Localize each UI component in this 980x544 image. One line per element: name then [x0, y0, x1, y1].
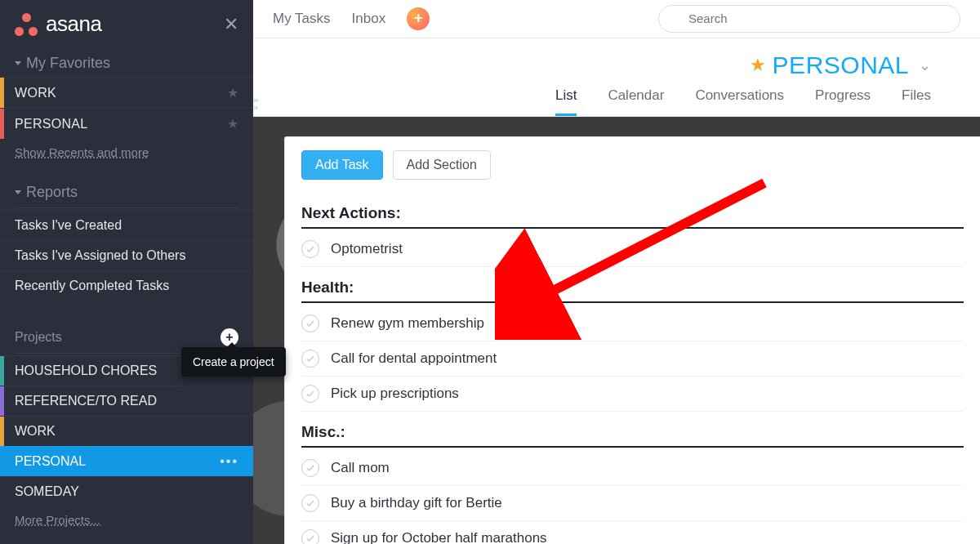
- favorites-header[interactable]: My Favorites: [0, 50, 253, 77]
- complete-check-icon[interactable]: [301, 314, 319, 332]
- favorites-header-label: My Favorites: [26, 55, 110, 72]
- search-input[interactable]: [658, 5, 960, 33]
- star-icon[interactable]: ★: [227, 116, 238, 132]
- close-icon[interactable]: ✕: [224, 14, 238, 35]
- task-row[interactable]: Optometrist: [301, 232, 964, 267]
- complete-check-icon[interactable]: [301, 529, 319, 544]
- report-item[interactable]: Tasks I've Assigned to Others: [0, 240, 253, 270]
- projects-header-label: Projects: [15, 330, 62, 345]
- project-header: ★ PERSONAL ⌄ List Calendar Conversations…: [253, 38, 980, 117]
- logo[interactable]: asana: [15, 11, 101, 37]
- task-row[interactable]: Buy a birthday gift for Bertie: [301, 486, 964, 521]
- reports-header-label: Reports: [26, 184, 78, 201]
- panel-toolbar: Add Task Add Section: [285, 137, 980, 193]
- task-title: Buy a birthday gift for Bertie: [331, 495, 502, 511]
- task-section-title[interactable]: Misc.:: [301, 412, 964, 448]
- project-item-personal[interactable]: PERSONAL •••: [0, 446, 253, 476]
- favorite-label: WORK: [15, 86, 56, 100]
- task-row[interactable]: Renew gym membership: [301, 306, 964, 341]
- complete-check-icon[interactable]: [301, 240, 319, 258]
- app-root: asana ✕ My Favorites WORK ★ PERSONAL ★ S…: [0, 0, 980, 544]
- create-project-tooltip: Create a project: [181, 347, 286, 377]
- main: »» My Tasks Inbox + ★ PERSONAL ⌄ List Ca…: [253, 0, 980, 544]
- caret-down-icon: [15, 61, 21, 65]
- task-section-title[interactable]: Next Actions:: [301, 193, 964, 229]
- my-tasks-link[interactable]: My Tasks: [273, 11, 331, 27]
- task-title: Sign up for October half marathons: [331, 530, 547, 544]
- report-item[interactable]: Recently Completed Tasks: [0, 270, 253, 301]
- task-title: Call for dental appointment: [331, 350, 497, 367]
- add-task-button[interactable]: Add Task: [301, 150, 383, 180]
- search-container: [658, 5, 960, 33]
- report-label: Tasks I've Assigned to Others: [15, 248, 185, 263]
- favorites-section: My Favorites WORK ★ PERSONAL ★ Show Rece…: [0, 45, 253, 174]
- sidebar: asana ✕ My Favorites WORK ★ PERSONAL ★ S…: [0, 0, 253, 544]
- project-label: HOUSEHOLD CHORES: [15, 363, 157, 378]
- complete-check-icon[interactable]: [301, 459, 319, 477]
- tab-calendar[interactable]: Calendar: [608, 87, 664, 116]
- project-item-work[interactable]: WORK: [0, 416, 253, 446]
- expand-handle-icon[interactable]: »»: [253, 96, 258, 111]
- favorite-label: PERSONAL: [15, 117, 88, 132]
- caret-down-icon: [15, 190, 21, 194]
- project-item-reference[interactable]: REFERENCE/TO READ: [0, 386, 253, 416]
- tab-progress[interactable]: Progress: [815, 87, 871, 116]
- task-panel: Add Task Add Section Next Actions:Optome…: [284, 136, 980, 544]
- project-label: SOMEDAY: [15, 484, 79, 499]
- report-label: Recently Completed Tasks: [15, 279, 169, 293]
- tab-list[interactable]: List: [555, 87, 577, 116]
- asana-logo-icon: [15, 13, 38, 36]
- task-title: Renew gym membership: [331, 315, 484, 332]
- more-projects-link[interactable]: More Projects...: [0, 506, 253, 538]
- project-title: PERSONAL: [773, 51, 909, 79]
- quick-add-button[interactable]: +: [407, 7, 430, 30]
- tab-files[interactable]: Files: [902, 87, 931, 116]
- report-label: Tasks I've Created: [15, 218, 122, 233]
- project-label: WORK: [15, 424, 56, 439]
- brand-text: asana: [46, 11, 101, 37]
- task-row[interactable]: Call mom: [301, 451, 964, 486]
- task-row[interactable]: Sign up for October half marathons: [301, 521, 964, 544]
- project-label: PERSONAL: [15, 454, 86, 469]
- complete-check-icon[interactable]: [301, 494, 319, 512]
- divider: [15, 207, 238, 208]
- topbar: My Tasks Inbox +: [253, 0, 980, 38]
- task-row[interactable]: Pick up prescriptions: [301, 377, 964, 412]
- project-tabs: List Calendar Conversations Progress Fil…: [253, 79, 956, 116]
- show-recents-link[interactable]: Show Recents and more: [0, 139, 253, 171]
- task-title: Pick up prescriptions: [331, 386, 459, 402]
- more-icon[interactable]: •••: [220, 454, 238, 469]
- tab-conversations[interactable]: Conversations: [695, 87, 784, 116]
- reports-header[interactable]: Reports: [0, 179, 253, 206]
- task-title: Optometrist: [331, 241, 403, 257]
- star-icon[interactable]: ★: [750, 55, 766, 76]
- task-title: Call mom: [331, 460, 390, 476]
- task-row[interactable]: Call for dental appointment: [301, 341, 964, 377]
- project-label: REFERENCE/TO READ: [15, 394, 157, 408]
- favorite-item-work[interactable]: WORK ★: [0, 77, 253, 108]
- project-item-someday[interactable]: SOMEDAY: [0, 476, 253, 506]
- project-title-row[interactable]: ★ PERSONAL ⌄: [253, 47, 956, 79]
- complete-check-icon[interactable]: [301, 385, 319, 403]
- inbox-link[interactable]: Inbox: [352, 11, 386, 27]
- report-item[interactable]: Tasks I've Created: [0, 210, 253, 240]
- sidebar-top: asana ✕: [0, 0, 253, 45]
- complete-check-icon[interactable]: [301, 350, 319, 368]
- favorite-item-personal[interactable]: PERSONAL ★: [0, 108, 253, 139]
- star-icon[interactable]: ★: [227, 85, 238, 100]
- chevron-down-icon[interactable]: ⌄: [919, 56, 931, 74]
- task-list: Next Actions:OptometristHealth:Renew gym…: [285, 193, 980, 544]
- add-section-button[interactable]: Add Section: [393, 150, 491, 180]
- background-image: Add Task Add Section Next Actions:Optome…: [253, 117, 980, 544]
- reports-section: Reports Tasks I've Created Tasks I've As…: [0, 174, 253, 304]
- task-section-title[interactable]: Health:: [301, 267, 964, 303]
